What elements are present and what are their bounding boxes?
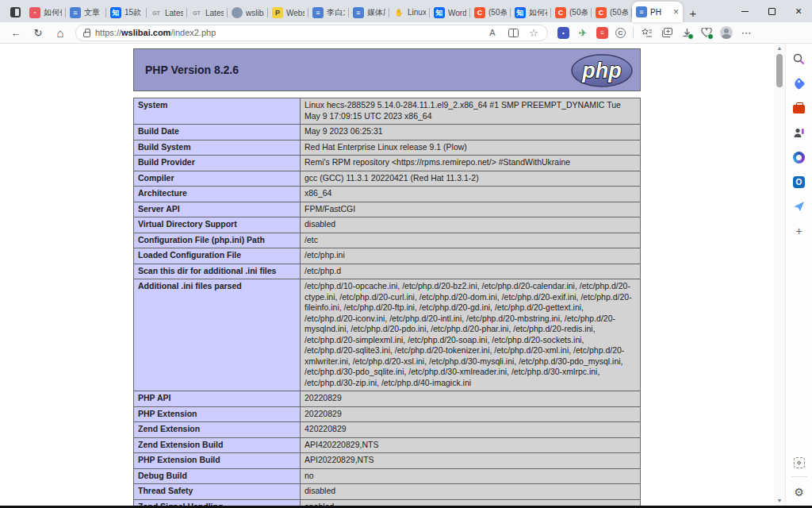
- people-icon[interactable]: [792, 125, 806, 140]
- extensions-area: • ✈ ≡ C ⋯: [557, 26, 753, 39]
- shopping-tag-icon[interactable]: [792, 76, 806, 90]
- tab[interactable]: ✋Linux系: [389, 3, 430, 22]
- scroll-down-arrow[interactable]: ▼: [777, 498, 783, 504]
- scroll-up-arrow[interactable]: ▲: [777, 45, 783, 52]
- tab[interactable]: ▫如何创: [25, 3, 66, 22]
- table-row: Build SystemRed Hat Enterprise Linux rel…: [134, 140, 641, 156]
- php-logo[interactable]: php: [571, 54, 633, 87]
- tab-title: 媒体库: [367, 7, 385, 18]
- tab[interactable]: C(50条消: [592, 3, 632, 22]
- back-button[interactable]: ←: [6, 24, 26, 42]
- tab-active[interactable]: ≡PH×: [632, 2, 683, 22]
- table-row: Zend Extension420220829: [134, 422, 641, 438]
- table-row: Compilergcc (GCC) 11.3.1 20220421 (Red H…: [134, 171, 641, 187]
- table-row: Configuration File (php.ini) Path/etc: [134, 233, 641, 248]
- tab[interactable]: C(50条消: [551, 3, 592, 22]
- csdn-favicon: C: [596, 7, 607, 18]
- phpinfo-content: PHP Version 8.2.6 php SystemLinux hecs-2…: [133, 48, 641, 506]
- table-row: SystemLinux hecs-288529 5.14.0-284.11.1.…: [134, 98, 641, 125]
- favorites-list-icon[interactable]: [641, 26, 653, 39]
- table-row: Thread Safetydisabled: [134, 484, 641, 500]
- favorite-star-icon[interactable]: ☆: [527, 26, 540, 39]
- tab[interactable]: C(50条消: [470, 3, 511, 22]
- customize-sidebar-icon[interactable]: ❖: [794, 457, 805, 468]
- tab-close-icon[interactable]: ×: [672, 6, 679, 17]
- tab-title: (50条消: [569, 7, 588, 18]
- tab-strip: ▫如何创≡文章 -知15款GTLatest FGTLatest Fwslibai…: [0, 0, 812, 22]
- table-row: Zend Extension BuildAPI420220829,NTS: [134, 437, 641, 453]
- home-button[interactable]: ⌂: [50, 24, 71, 42]
- address-bar[interactable]: https://wslibai.com/index2.php A ☆: [75, 25, 548, 41]
- table-row: Server APIFPM/FastCGI: [134, 202, 641, 217]
- info-value: disabled: [301, 484, 641, 500]
- add-to-sidebar-icon[interactable]: +: [792, 224, 806, 238]
- browser-toolbar: ← ↻ ⌂ https://wslibai.com/index2.php A ☆…: [0, 22, 812, 44]
- tab[interactable]: ≡文章 -: [66, 3, 106, 22]
- browser-essentials-icon[interactable]: [700, 26, 713, 39]
- tab-title: PH: [650, 8, 669, 17]
- collections-icon[interactable]: [661, 26, 673, 39]
- tab-title: Latest F: [205, 9, 224, 17]
- copilot-extension-icon[interactable]: •: [557, 27, 569, 39]
- table-row: Additional .ini files parsed/etc/php.d/1…: [134, 279, 641, 391]
- info-label: Build Date: [134, 125, 301, 140]
- tab[interactable]: 知WordPr: [430, 3, 470, 22]
- info-label: Zend Signal Handling: [134, 499, 301, 506]
- cookie-extension-icon[interactable]: C: [615, 28, 626, 38]
- info-label: Build Provider: [134, 156, 301, 171]
- refresh-button[interactable]: ↻: [28, 24, 48, 42]
- table-row: Virtual Directory Supportdisabled: [134, 217, 641, 233]
- more-menu-icon[interactable]: ⋯: [740, 26, 753, 39]
- zhihu-favicon: 知: [434, 7, 445, 18]
- table-row: Debug Buildno: [134, 468, 641, 484]
- microsoft-365-icon[interactable]: [792, 150, 806, 164]
- search-icon[interactable]: [792, 52, 806, 66]
- chat-favicon: ≡: [636, 6, 647, 17]
- info-value: enabled: [301, 499, 641, 506]
- split-screen-icon[interactable]: [507, 26, 519, 39]
- minimize-button[interactable]: [731, 0, 758, 22]
- new-tab-button[interactable]: +: [683, 3, 703, 22]
- table-row: Loaded Configuration File/etc/php.ini: [134, 248, 641, 264]
- maximize-icon: [768, 8, 776, 15]
- tab-title: 15款: [124, 7, 143, 18]
- translate-extension-icon[interactable]: ✈: [576, 26, 589, 39]
- info-value: 20220829: [301, 391, 641, 407]
- page-title: PHP Version 8.2.6: [145, 64, 239, 76]
- tab[interactable]: 知15款: [106, 3, 147, 22]
- info-value: API20220829,NTS: [301, 453, 641, 469]
- close-window-button[interactable]: ×: [785, 0, 812, 22]
- tab[interactable]: ≡李白之: [308, 3, 349, 22]
- info-label: Virtual Directory Support: [134, 217, 301, 233]
- ssl-lock-icon[interactable]: [83, 32, 90, 37]
- tab[interactable]: ≡媒体库: [349, 3, 389, 22]
- table-row: Zend Signal Handlingenabled: [134, 499, 641, 506]
- table-row: Scan this dir for additional .ini files/…: [134, 264, 641, 279]
- tab[interactable]: 知如何在: [511, 3, 551, 22]
- tab-title: Linux系: [408, 7, 426, 18]
- zhihu-favicon: 知: [515, 7, 526, 18]
- tab[interactable]: wslibai: [228, 3, 268, 22]
- scrollbar-thumb[interactable]: [776, 54, 783, 87]
- tab-actions-menu-button[interactable]: [5, 2, 25, 22]
- phpinfo-header: PHP Version 8.2.6 php: [133, 48, 641, 91]
- read-aloud-icon[interactable]: A: [486, 26, 499, 39]
- outlook-icon[interactable]: O: [792, 175, 806, 189]
- tab[interactable]: PWebsit: [268, 3, 308, 22]
- tab[interactable]: GTLatest F: [147, 3, 187, 22]
- info-value: Red Hat Enterprise Linux release 9.1 (Pl…: [301, 140, 641, 156]
- tab[interactable]: GTLatest F: [187, 3, 228, 22]
- settings-gear-icon[interactable]: ⚙: [792, 485, 806, 499]
- url-text[interactable]: https://wslibai.com/index2.php: [95, 28, 216, 37]
- info-value: gcc (GCC) 11.3.1 20220421 (Red Hat 11.3.…: [301, 171, 641, 187]
- downloads-icon[interactable]: [680, 26, 693, 39]
- vertical-scrollbar[interactable]: ▲ ▼: [774, 44, 785, 506]
- toolbox-icon[interactable]: [792, 101, 806, 115]
- profile-avatar[interactable]: [720, 26, 733, 39]
- notes-extension-icon[interactable]: ≡: [596, 27, 608, 39]
- info-value: x86_64: [301, 187, 641, 202]
- drop-icon[interactable]: [792, 199, 806, 214]
- globe-favicon: [232, 7, 243, 18]
- tab-title: 李白之: [327, 7, 345, 18]
- maximize-button[interactable]: [758, 0, 785, 22]
